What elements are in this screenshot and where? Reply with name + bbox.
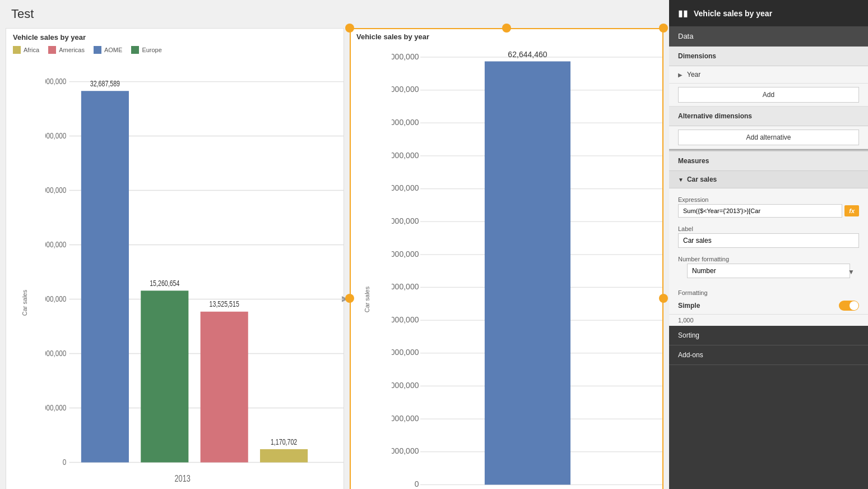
chevron-down-icon: ▼: [678, 177, 684, 183]
svg-text:55,000,000: 55,000,000: [392, 118, 419, 127]
left-chart-svg: 35,000,000 30,000,000 25,000,000 20,000,…: [45, 58, 344, 489]
svg-text:25,000,000: 25,000,000: [45, 185, 67, 195]
legend-item-africa: Africa: [13, 46, 39, 54]
formatting-toggle-row: Simple: [669, 297, 868, 314]
toggle-knob: [850, 301, 858, 310]
svg-text:1,170,702: 1,170,702: [271, 437, 297, 446]
svg-text:5,000,000: 5,000,000: [392, 447, 419, 456]
legend-color-africa: [13, 46, 21, 54]
svg-text:30,000,000: 30,000,000: [45, 131, 67, 140]
label-input[interactable]: [678, 233, 859, 248]
svg-text:0: 0: [415, 479, 419, 488]
charts-row: Vehicle sales by year Africa Americas AO…: [0, 28, 669, 489]
handle-mid-right[interactable]: [659, 294, 668, 303]
svg-text:65,000,000: 65,000,000: [392, 52, 419, 61]
legend-label-europe: Europe: [142, 47, 161, 53]
legend-color-aome: [94, 46, 101, 54]
alt-dimensions-section: Alternative dimensions Add alternative: [669, 107, 868, 149]
legend-label-aome: AOME: [104, 47, 122, 53]
handle-top-mid[interactable]: [502, 24, 511, 33]
expression-label: Expression: [669, 192, 868, 204]
dimension-year-label: Year: [687, 71, 700, 79]
dimensions-section: Dimensions ▶ Year Add: [669, 47, 868, 107]
label-label: Label: [669, 221, 868, 233]
svg-rect-20: [201, 312, 248, 463]
legend-color-americas: [48, 46, 56, 54]
legend-color-europe: [131, 46, 139, 54]
sorting-item[interactable]: Sorting: [669, 326, 868, 345]
svg-text:5,000,000: 5,000,000: [45, 403, 67, 412]
svg-text:13,525,515: 13,525,515: [210, 300, 239, 309]
svg-text:35,000,000: 35,000,000: [392, 250, 419, 259]
formatting-value: Simple: [678, 302, 700, 310]
left-chart-container: Vehicle sales by year Africa Americas AO…: [6, 28, 344, 489]
handle-top-left[interactable]: [345, 24, 354, 33]
fx-button[interactable]: fx: [844, 205, 859, 216]
chevron-right-icon: ▶: [678, 72, 683, 78]
measures-header: Measures: [669, 150, 868, 171]
dimension-year-item[interactable]: ▶ Year: [669, 66, 868, 84]
svg-rect-53: [485, 61, 570, 485]
svg-rect-16: [81, 91, 129, 462]
svg-text:45,000,000: 45,000,000: [392, 183, 419, 192]
svg-rect-18: [141, 290, 188, 462]
right-chart-svg: 65,000,000 60,000,000 55,000,000 50,000,…: [392, 43, 663, 489]
add-dimension-wrapper: Add: [669, 84, 868, 106]
expression-input[interactable]: [678, 204, 842, 218]
right-chart-wrapper: Vehicle sales by year Car sales: [350, 28, 663, 489]
divider-number: 1,000: [669, 314, 868, 326]
add-alternative-button[interactable]: Add alternative: [678, 130, 859, 145]
svg-text:15,260,654: 15,260,654: [150, 279, 179, 288]
left-chart-legend: Africa Americas AOME Europe ▶: [6, 44, 344, 58]
handle-top-right[interactable]: [659, 24, 668, 33]
left-chart-title: Vehicle sales by year: [6, 29, 344, 44]
svg-text:32,687,589: 32,687,589: [90, 80, 120, 89]
formatting-label: Formatting: [669, 285, 868, 297]
right-panel: ▮▮ Vehicle sales by year Data Dimensions…: [669, 0, 868, 489]
svg-text:60,000,000: 60,000,000: [392, 85, 419, 94]
svg-text:50,000,000: 50,000,000: [392, 151, 419, 160]
addons-item[interactable]: Add-ons: [669, 345, 868, 365]
svg-text:40,000,000: 40,000,000: [392, 216, 419, 225]
measures-section: Measures ▼ Car sales Expression fx Label…: [669, 149, 868, 326]
svg-text:35,000,000: 35,000,000: [45, 76, 67, 86]
expression-section: Expression fx Label Number formatting Nu…: [669, 188, 868, 326]
legend-item-aome: AOME: [94, 46, 122, 54]
right-chart-y-axis-label: Car sales: [364, 286, 370, 312]
handle-mid-left[interactable]: [345, 294, 354, 303]
car-sales-label: Car sales: [687, 176, 717, 183]
panel-header: ▮▮ Vehicle sales by year: [669, 0, 868, 26]
svg-text:62,644,460: 62,644,460: [508, 50, 547, 59]
panel-tab-data[interactable]: Data: [669, 26, 868, 47]
legend-item-europe: Europe: [131, 46, 161, 54]
number-formatting-select-wrapper: Number ▼: [669, 264, 868, 285]
svg-text:15,000,000: 15,000,000: [392, 381, 419, 390]
svg-text:20,000,000: 20,000,000: [45, 239, 67, 249]
dimensions-header: Dimensions: [669, 47, 868, 66]
legend-item-americas: Americas: [48, 46, 85, 54]
alt-dimensions-header: Alternative dimensions: [669, 107, 868, 126]
right-chart-container: Vehicle sales by year Car sales: [350, 28, 663, 489]
svg-text:10,000,000: 10,000,000: [45, 348, 67, 358]
legend-label-americas: Americas: [59, 47, 85, 53]
page-title: Test: [0, 0, 669, 28]
formatting-toggle[interactable]: [839, 301, 859, 311]
svg-text:20,000,000: 20,000,000: [392, 348, 419, 357]
left-chart-y-axis-label: Car sales: [21, 289, 28, 315]
expression-row: fx: [669, 204, 868, 221]
bar-chart-icon: ▮▮: [678, 8, 688, 19]
panel-header-title: Vehicle sales by year: [694, 9, 772, 18]
legend-label-africa: Africa: [24, 47, 39, 53]
svg-text:0: 0: [63, 457, 67, 467]
svg-text:2013: 2013: [175, 474, 191, 484]
main-area: Test Vehicle sales by year Africa Americ…: [0, 0, 669, 489]
svg-rect-22: [260, 449, 308, 463]
add-dimension-button[interactable]: Add: [678, 87, 859, 103]
svg-text:10,000,000: 10,000,000: [392, 414, 419, 423]
number-formatting-label: Number formatting: [669, 251, 868, 264]
car-sales-item[interactable]: ▼ Car sales: [669, 171, 868, 188]
add-alt-dimension-wrapper: Add alternative: [669, 126, 868, 149]
svg-text:25,000,000: 25,000,000: [392, 315, 419, 324]
svg-text:15,000,000: 15,000,000: [45, 294, 67, 303]
number-formatting-select[interactable]: Number: [687, 264, 850, 278]
